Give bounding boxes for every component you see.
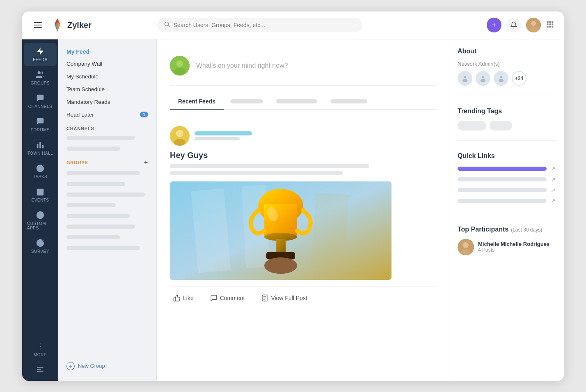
search-bar[interactable] <box>157 18 362 32</box>
svg-point-7 <box>531 21 536 26</box>
svg-point-65 <box>499 79 504 82</box>
hamburger-menu[interactable] <box>32 21 43 30</box>
collapse-icon <box>36 365 44 374</box>
grid-menu-button[interactable] <box>546 20 554 30</box>
new-group-button[interactable]: + New Group <box>58 358 156 374</box>
bell-icon <box>510 21 517 29</box>
like-label: Like <box>183 295 194 301</box>
new-group-plus-icon: + <box>66 362 75 370</box>
sidebar-item-channels[interactable]: CHANNELS <box>24 89 57 113</box>
quick-link-bar-4 <box>458 199 547 203</box>
sidebar-item-events[interactable]: EVENTS <box>24 183 57 206</box>
comment-label: Comment <box>220 295 245 301</box>
plus-icon: + <box>492 21 497 30</box>
feed-post: Hey Guys <box>170 119 436 311</box>
add-group-icon[interactable]: + <box>144 159 148 166</box>
svg-point-33 <box>40 343 41 344</box>
view-full-post-label: View Full Post <box>271 295 307 301</box>
svg-rect-17 <box>552 26 553 28</box>
group-placeholder-2 <box>66 182 125 186</box>
nav-item-mandatory-reads[interactable]: Mandatory Reads <box>58 96 156 108</box>
nav-item-team-schedule[interactable]: Team Schedule <box>58 83 156 96</box>
svg-point-64 <box>500 76 502 78</box>
top-participant-item-1: Michelle Michelle Rodrigues 4 Posts <box>458 239 556 255</box>
svg-point-29 <box>37 211 44 218</box>
sidebar-more-label: MORE <box>34 353 47 357</box>
sidebar-item-town-hall[interactable]: TOWN HALL <box>24 136 57 160</box>
svg-rect-22 <box>37 144 39 148</box>
sidebar-item-custom-apps[interactable]: CUSTOM APPS <box>24 206 57 234</box>
post-user-name-placeholder <box>195 131 252 135</box>
forum-icon <box>36 117 45 126</box>
tag-placeholder-2[interactable] <box>490 121 512 131</box>
sidebar-events-label: EVENTS <box>31 198 49 202</box>
search-input[interactable] <box>174 22 356 28</box>
sidebar-tasks-label: TASKS <box>33 174 48 179</box>
nav-item-company-wall[interactable]: Company Wall <box>58 57 156 70</box>
sidebar-channels-label: CHANNELS <box>28 104 52 109</box>
participant-avatar-1 <box>458 239 474 255</box>
quick-link-bar-2 <box>458 177 547 181</box>
nav-my-feed[interactable]: My Feed <box>58 46 156 57</box>
notifications-button[interactable] <box>506 18 521 32</box>
search-icon <box>164 21 170 29</box>
post-header <box>170 126 436 146</box>
add-button[interactable]: + <box>487 18 501 32</box>
sidebar-item-feeds[interactable]: FEEDS <box>24 43 57 66</box>
app-logo[interactable]: Zylker <box>50 18 92 32</box>
user-avatar[interactable] <box>526 18 541 32</box>
top-participants-title: Top Participants <box>458 226 508 233</box>
group-placeholder-3 <box>66 193 145 197</box>
sidebar-feeds-label: FEEDS <box>33 57 48 62</box>
like-button[interactable]: Like <box>170 292 197 304</box>
svg-point-18 <box>38 71 41 74</box>
post-input-placeholder[interactable]: What's on your mind right now? <box>196 62 436 69</box>
avatar-image <box>526 18 541 32</box>
new-group-label: New Group <box>78 363 105 369</box>
post-title: Hey Guys <box>170 151 436 160</box>
sidebar-collapse-button[interactable] <box>33 361 48 378</box>
svg-marker-2 <box>55 23 57 32</box>
svg-point-4 <box>165 22 168 26</box>
about-title: About <box>458 48 556 55</box>
svg-point-67 <box>463 242 469 248</box>
post-user-pic <box>170 126 190 146</box>
nav-sidebar: My Feed Company Wall My Schedule Team Sc… <box>58 39 157 381</box>
sidebar-item-more[interactable]: MORE <box>24 338 57 361</box>
view-full-post-button[interactable]: View Full Post <box>258 292 310 304</box>
group-placeholder-1 <box>66 171 140 175</box>
nav-item-my-schedule[interactable]: My Schedule <box>58 70 156 83</box>
tag-placeholder-1[interactable] <box>458 121 486 131</box>
quick-link-item-4[interactable]: ↗ <box>458 197 556 204</box>
sidebar-item-forums[interactable]: FORUMS <box>24 113 57 136</box>
post-image-svg <box>170 181 391 280</box>
svg-point-34 <box>40 348 41 349</box>
admin-avatar-3 <box>494 71 508 86</box>
sidebar-customapps-label: CUSTOM APPS <box>27 221 53 230</box>
post-actions: Like Comment <box>170 287 436 304</box>
quick-link-item-1[interactable]: ↗ <box>458 165 556 172</box>
tab-recent-feeds[interactable]: Recent Feeds <box>170 94 224 110</box>
comment-button[interactable]: Comment <box>207 292 248 304</box>
svg-rect-23 <box>39 142 41 148</box>
sidebar-item-survey[interactable]: SURVEY <box>24 234 57 258</box>
svg-point-8 <box>529 26 538 32</box>
topbar-actions: + <box>487 18 554 32</box>
admin-count-badge[interactable]: +24 <box>512 71 526 86</box>
bolt-icon <box>36 47 45 56</box>
quick-link-item-2[interactable]: ↗ <box>458 176 556 183</box>
sidebar-item-groups[interactable]: GROUPS <box>24 66 57 89</box>
current-user-avatar-img <box>170 56 190 76</box>
svg-rect-47 <box>311 193 349 268</box>
svg-point-68 <box>461 249 470 255</box>
svg-point-63 <box>481 79 485 82</box>
sidebar-townhall-label: TOWN HALL <box>27 151 53 156</box>
quick-link-item-3[interactable]: ↗ <box>458 187 556 193</box>
channel-placeholder-1 <box>66 136 135 140</box>
nav-item-read-later[interactable]: Read Later 1 <box>58 108 156 121</box>
sidebar-item-tasks[interactable]: TASKS <box>24 160 57 183</box>
people-icon <box>36 70 45 79</box>
admin-person-icon-2 <box>479 75 487 82</box>
svg-rect-9 <box>547 21 549 23</box>
group-placeholder-7 <box>66 235 120 239</box>
